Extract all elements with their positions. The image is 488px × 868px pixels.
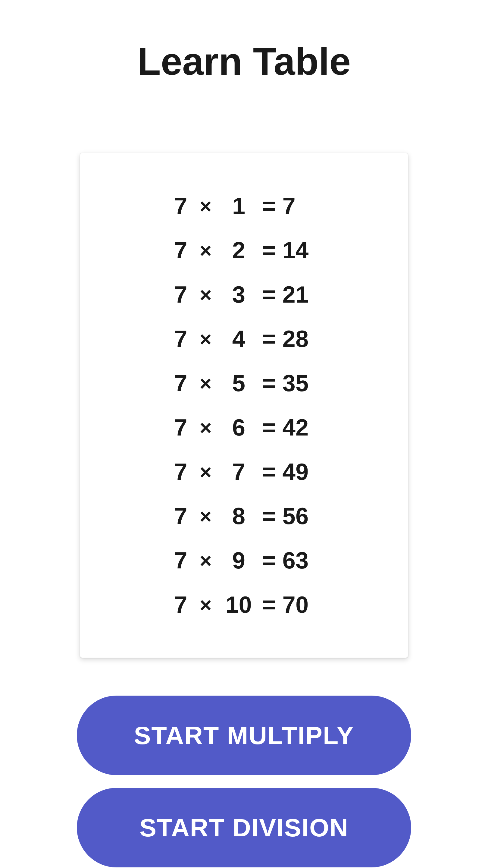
equals-sign: = bbox=[258, 547, 280, 574]
operand2: 7 bbox=[219, 458, 258, 486]
start-multiply-button[interactable]: START MULTIPLY bbox=[77, 695, 411, 775]
operand1: 7 bbox=[170, 502, 192, 530]
operand1: 7 bbox=[170, 237, 192, 264]
table-row: 7×5=35 bbox=[170, 370, 319, 397]
operand1: 7 bbox=[170, 458, 192, 486]
result: 42 bbox=[280, 414, 319, 441]
result: 21 bbox=[280, 281, 319, 308]
multiply-icon: × bbox=[192, 504, 219, 528]
equals-sign: = bbox=[258, 458, 280, 486]
table-rows: 7×1=77×2=147×3=217×4=287×5=357×6=427×7=4… bbox=[170, 192, 319, 618]
table-row: 7×6=42 bbox=[170, 414, 319, 441]
start-division-button[interactable]: START DIVISION bbox=[77, 788, 411, 867]
operand2: 1 bbox=[219, 192, 258, 220]
table-row: 7×3=21 bbox=[170, 281, 319, 308]
operand1: 7 bbox=[170, 281, 192, 308]
result: 35 bbox=[280, 370, 319, 397]
operand1: 7 bbox=[170, 192, 192, 220]
operand1: 7 bbox=[170, 325, 192, 352]
equals-sign: = bbox=[258, 192, 280, 220]
multiply-icon: × bbox=[192, 549, 219, 572]
operand2: 9 bbox=[219, 547, 258, 574]
operand2: 6 bbox=[219, 414, 258, 441]
result: 14 bbox=[280, 237, 319, 264]
table-row: 7×10=70 bbox=[170, 591, 319, 618]
equals-sign: = bbox=[258, 281, 280, 308]
multiply-icon: × bbox=[192, 416, 219, 439]
operand2: 10 bbox=[219, 591, 258, 618]
buttons-container: START MULTIPLY START DIVISION bbox=[77, 695, 411, 867]
table-row: 7×1=7 bbox=[170, 192, 319, 220]
result: 70 bbox=[280, 591, 319, 618]
operand1: 7 bbox=[170, 547, 192, 574]
multiply-icon: × bbox=[192, 327, 219, 351]
table-row: 7×8=56 bbox=[170, 502, 319, 530]
operand1: 7 bbox=[170, 591, 192, 618]
multiply-icon: × bbox=[192, 460, 219, 484]
equals-sign: = bbox=[258, 237, 280, 264]
page-title: Learn Table bbox=[137, 39, 351, 84]
result: 56 bbox=[280, 502, 319, 530]
operand2: 8 bbox=[219, 502, 258, 530]
multiplication-table-card: 7×1=77×2=147×3=217×4=287×5=357×6=427×7=4… bbox=[80, 153, 408, 658]
table-row: 7×9=63 bbox=[170, 547, 319, 574]
multiply-icon: × bbox=[192, 372, 219, 395]
multiply-icon: × bbox=[192, 194, 219, 218]
equals-sign: = bbox=[258, 591, 280, 618]
result: 7 bbox=[280, 192, 319, 220]
operand2: 4 bbox=[219, 325, 258, 352]
result: 63 bbox=[280, 547, 319, 574]
operand2: 2 bbox=[219, 237, 258, 264]
operand2: 5 bbox=[219, 370, 258, 397]
table-row: 7×7=49 bbox=[170, 458, 319, 486]
table-row: 7×4=28 bbox=[170, 325, 319, 352]
operand1: 7 bbox=[170, 414, 192, 441]
multiply-icon: × bbox=[192, 283, 219, 307]
operand2: 3 bbox=[219, 281, 258, 308]
multiply-icon: × bbox=[192, 593, 219, 617]
equals-sign: = bbox=[258, 325, 280, 352]
result: 49 bbox=[280, 458, 319, 486]
equals-sign: = bbox=[258, 370, 280, 397]
result: 28 bbox=[280, 325, 319, 352]
equals-sign: = bbox=[258, 502, 280, 530]
operand1: 7 bbox=[170, 370, 192, 397]
equals-sign: = bbox=[258, 414, 280, 441]
table-row: 7×2=14 bbox=[170, 237, 319, 264]
multiply-icon: × bbox=[192, 239, 219, 262]
